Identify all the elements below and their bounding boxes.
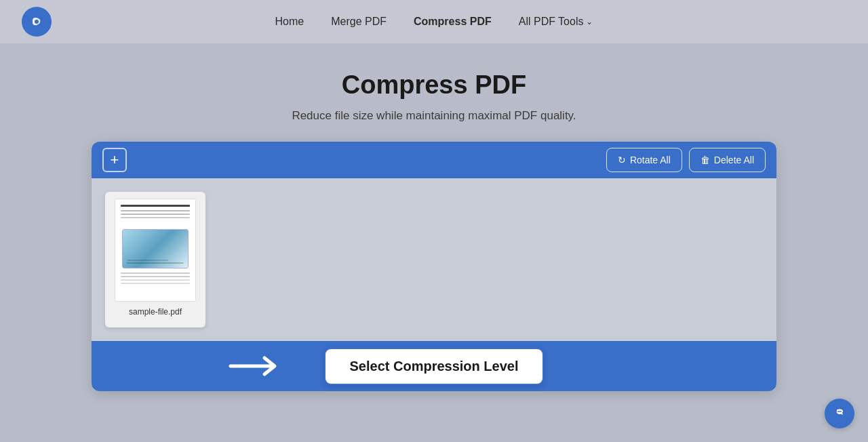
main-nav: Home Merge PDF Compress PDF All PDF Tool… — [275, 16, 593, 28]
rotate-all-label: Rotate All — [630, 155, 671, 165]
svg-point-5 — [840, 411, 842, 412]
page-title: Compress PDF — [342, 71, 526, 100]
trash-icon: 🗑 — [701, 155, 710, 165]
file-thumbnail — [115, 199, 196, 302]
nav-all-tools-label: All PDF Tools — [519, 16, 584, 28]
main-content: Compress PDF Reduce file size while main… — [0, 43, 868, 391]
delete-all-label: Delete All — [714, 155, 754, 165]
svg-point-3 — [837, 411, 839, 412]
header: Home Merge PDF Compress PDF All PDF Tool… — [0, 0, 868, 43]
header-actions: ↻ Rotate All 🗑 Delete All — [606, 148, 766, 172]
nav-merge-pdf[interactable]: Merge PDF — [331, 16, 387, 28]
nav-compress-pdf[interactable]: Compress PDF — [414, 16, 492, 28]
chat-icon — [831, 403, 848, 424]
tool-container: + ↻ Rotate All 🗑 Delete All — [92, 142, 776, 391]
nav-all-tools[interactable]: All PDF Tools ⌄ — [519, 16, 593, 28]
rotate-all-button[interactable]: ↻ Rotate All — [606, 148, 682, 172]
arrow-indicator — [227, 353, 288, 380]
nav-home[interactable]: Home — [275, 16, 304, 28]
logo-icon — [22, 7, 52, 37]
chevron-down-icon: ⌄ — [586, 17, 593, 26]
add-file-button[interactable]: + — [102, 148, 127, 172]
file-name: sample-file.pdf — [129, 307, 182, 317]
page-subtitle: Reduce file size while maintaining maxim… — [292, 109, 576, 123]
pdf-preview — [115, 199, 195, 301]
list-item[interactable]: sample-file.pdf — [105, 192, 205, 327]
logo[interactable] — [22, 7, 52, 37]
tool-header: + ↻ Rotate All 🗑 Delete All — [92, 142, 776, 178]
chat-button[interactable] — [825, 399, 854, 428]
svg-point-1 — [35, 20, 39, 24]
tool-footer: Select Compression Level — [92, 341, 776, 391]
svg-point-4 — [839, 411, 840, 412]
file-area: sample-file.pdf — [92, 178, 776, 341]
delete-all-button[interactable]: 🗑 Delete All — [689, 148, 766, 172]
rotate-icon: ↻ — [618, 155, 626, 165]
select-compression-button[interactable]: Select Compression Level — [324, 348, 545, 385]
